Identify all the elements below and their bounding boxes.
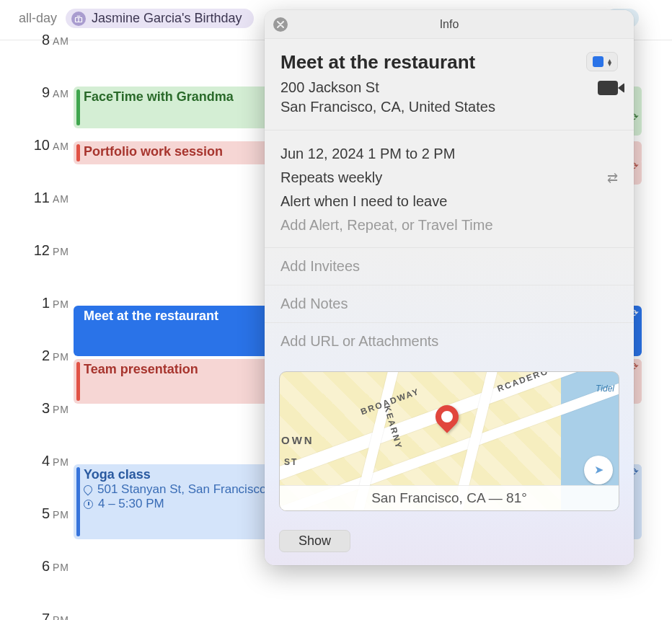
hour-label: 12PM bbox=[29, 242, 69, 259]
map-container: BROADWAY KEARNY OWN ST RCADERO Tidel ➤ S… bbox=[265, 360, 634, 521]
video-call-icon[interactable] bbox=[598, 81, 618, 95]
close-icon bbox=[277, 21, 284, 28]
hour-label: 7PM bbox=[29, 611, 69, 620]
location-icon bbox=[82, 484, 94, 496]
event-title-input[interactable]: Meet at the restaurant bbox=[280, 52, 475, 74]
event-time-section: Jun 12, 2024 1 PM to 2 PM Repeats weekly… bbox=[265, 130, 634, 248]
map-weather-footer: San Francisco, CA — 81° bbox=[280, 485, 619, 510]
event-location-row: 200 Jackson St San Francisco, CA, United… bbox=[265, 76, 634, 130]
add-invitees[interactable]: Add Invitees bbox=[265, 248, 634, 285]
map-water-label: Tidel bbox=[596, 384, 614, 394]
hour-label: 5PM bbox=[29, 505, 69, 522]
add-url-attachments[interactable]: Add URL or Attachments bbox=[265, 323, 634, 360]
add-notes[interactable]: Add Notes bbox=[265, 285, 634, 323]
add-alert-repeat-travel[interactable]: Add Alert, Repeat, or Travel Time bbox=[280, 217, 493, 234]
address-line-1: 200 Jackson St bbox=[280, 78, 495, 97]
allday-event-label: Jasmine Garcia's Birthday bbox=[92, 11, 242, 26]
allday-label: all-day bbox=[19, 11, 57, 26]
event-location-input[interactable]: 200 Jackson St San Francisco, CA, United… bbox=[280, 78, 495, 117]
hour-label: 10AM bbox=[29, 137, 69, 154]
event-title: Team presentation bbox=[84, 362, 198, 376]
map-road-label: OWN bbox=[281, 434, 314, 446]
event-title: Portfolio work session bbox=[84, 144, 223, 159]
show-button[interactable]: Show bbox=[279, 530, 350, 552]
popover-bottom-bar: Show bbox=[265, 521, 634, 565]
event-title: Meet at the restaurant bbox=[84, 309, 218, 323]
close-button[interactable] bbox=[273, 17, 288, 32]
popover-header: Info bbox=[265, 10, 634, 39]
address-line-2: San Francisco, CA, United States bbox=[280, 97, 495, 117]
event-color-bar bbox=[76, 144, 80, 161]
hour-label: 3PM bbox=[29, 400, 69, 417]
map-road-label: ST bbox=[284, 457, 298, 467]
clock-icon bbox=[84, 500, 93, 509]
hour-label: 1PM bbox=[29, 295, 69, 311]
hour-label: 9AM bbox=[29, 84, 69, 101]
event-color-bar bbox=[76, 362, 80, 401]
map-compass-button[interactable]: ➤ bbox=[584, 456, 613, 484]
event-title-row: Meet at the restaurant ▴ ▾ bbox=[265, 39, 634, 76]
hour-label: 6PM bbox=[29, 558, 69, 575]
event-repeat[interactable]: Repeats weekly bbox=[280, 169, 382, 186]
allday-event-birthday[interactable]: Jasmine Garcia's Birthday bbox=[66, 9, 254, 28]
event-color-bar bbox=[76, 89, 80, 125]
chevron-down-icon: ▾ bbox=[608, 62, 611, 66]
calendar-color-swatch bbox=[593, 56, 604, 67]
hour-label: 4PM bbox=[29, 453, 69, 469]
gift-icon bbox=[71, 12, 86, 26]
popover-middle: Add Invitees Add Notes Add URL or Attach… bbox=[265, 248, 634, 565]
calendar-select[interactable]: ▴ ▾ bbox=[586, 52, 618, 71]
event-datetime[interactable]: Jun 12, 2024 1 PM to 2 PM bbox=[280, 146, 455, 162]
event-color-bar bbox=[76, 467, 80, 536]
event-alert[interactable]: Alert when I need to leave bbox=[280, 193, 447, 210]
event-title: FaceTime with Grandma bbox=[84, 89, 234, 104]
event-info-popover: Info Meet at the restaurant ▴ ▾ 200 Jack… bbox=[265, 10, 634, 565]
repeat-icon bbox=[607, 169, 618, 186]
location-map[interactable]: BROADWAY KEARNY OWN ST RCADERO Tidel ➤ S… bbox=[279, 371, 619, 511]
popover-title: Info bbox=[440, 18, 459, 31]
hour-label: 8AM bbox=[29, 32, 69, 48]
hour-label: 11AM bbox=[29, 190, 69, 206]
hour-label: 2PM bbox=[29, 347, 69, 364]
